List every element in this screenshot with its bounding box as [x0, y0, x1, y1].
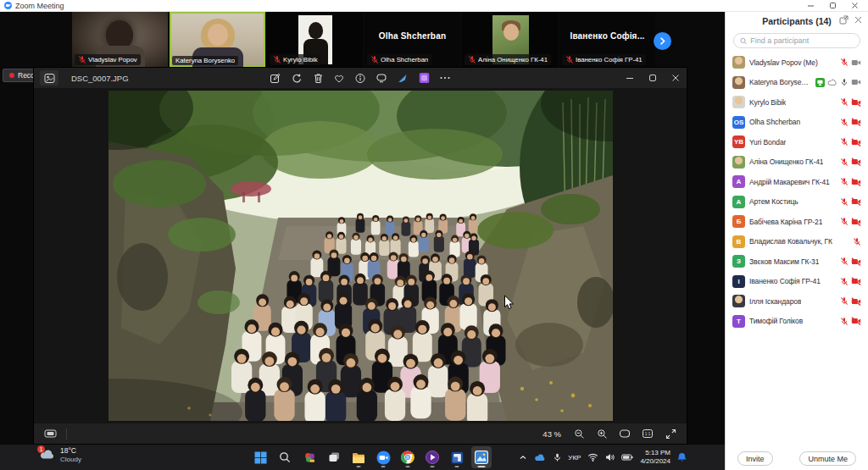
participant-status-icons: [853, 237, 861, 246]
language-indicator[interactable]: УКР: [568, 454, 581, 462]
start-button[interactable]: [250, 446, 270, 468]
video-tile[interactable]: Kateryna Borysenko: [170, 12, 265, 68]
running-indicator: [478, 466, 486, 468]
participant-status-icons: [840, 217, 861, 226]
delete-icon[interactable]: [309, 70, 328, 86]
panel-close-icon[interactable]: [854, 16, 862, 24]
rotate-icon[interactable]: [287, 70, 307, 86]
edit-image-icon[interactable]: [266, 70, 286, 86]
participant-row[interactable]: Vladyslav Popov (Me): [726, 53, 868, 73]
tile-name-label: Olha Shcherban: [367, 54, 431, 65]
recording-dot-icon: [9, 73, 14, 78]
participant-row[interactable]: ААндрій Макаревич ГК-41: [726, 172, 868, 192]
weather-condition: Cloudy: [60, 456, 81, 463]
next-videos-button[interactable]: [654, 32, 671, 50]
participant-row[interactable]: ЗЗвєков Максим ГК-31: [726, 252, 868, 272]
video-tile[interactable]: Kyrylo Bibik: [267, 12, 363, 68]
fullscreen-icon[interactable]: [663, 426, 678, 441]
tray-time: 5:13 PM: [640, 449, 670, 457]
participant-avatar: В: [732, 235, 745, 248]
minimize-icon[interactable]: [807, 2, 815, 9]
gallery-icon[interactable]: [40, 70, 58, 86]
mic-icon: [840, 78, 849, 87]
video-tile[interactable]: Vladyslav Popov: [72, 12, 168, 68]
participant-row[interactable]: Аліна Онищенко ГК-41: [726, 152, 868, 173]
popout-icon[interactable]: [839, 15, 849, 25]
media-player-icon[interactable]: [422, 446, 442, 468]
photos-maximize-icon[interactable]: [641, 68, 664, 88]
tray-date: 4/20/2024: [640, 457, 670, 466]
unmute-me-button[interactable]: Unmute Me: [799, 451, 856, 466]
participant-name: Бабічева Каріна ГР-21: [749, 218, 822, 226]
participants-title: Participants (14): [762, 16, 832, 26]
weather-cloud-icon: 1: [39, 447, 56, 462]
info-icon[interactable]: [351, 70, 370, 86]
photos-app-icon[interactable]: [471, 446, 492, 468]
participant-row[interactable]: Kateryna Borysen... (Host): [726, 73, 868, 93]
invite-button[interactable]: Invite: [737, 451, 773, 466]
participant-name: Olha Shcherban: [749, 118, 800, 126]
running-indicator: [431, 466, 435, 468]
task-view-icon[interactable]: [324, 446, 344, 468]
group-photo: [108, 91, 613, 421]
participant-silhouette: [504, 24, 519, 41]
zoom-out-icon[interactable]: [571, 426, 587, 441]
participant-row[interactable]: ВВладислав Ковальчук, ГК: [726, 232, 868, 252]
onedrive-icon[interactable]: [534, 453, 547, 462]
tray-mic-icon[interactable]: [554, 453, 561, 462]
tile-name-label: Іваненко Софія ГР-41: [562, 54, 646, 65]
video-tile[interactable]: Olha ShcherbanOlha Shcherban: [364, 12, 460, 68]
clipchamp-icon[interactable]: [415, 70, 434, 86]
actual-size-icon[interactable]: 1:1: [640, 426, 655, 441]
photos-close-icon[interactable]: [664, 68, 687, 88]
participant-row[interactable]: Kyrylo Bibik: [726, 92, 868, 113]
filmstrip-toggle-icon[interactable]: [42, 426, 58, 441]
maximize-icon[interactable]: [829, 2, 837, 9]
file-explorer-icon[interactable]: [348, 446, 369, 468]
photos-minimize-icon[interactable]: [618, 68, 641, 88]
participant-row[interactable]: ІІваненко Софія ГР-41: [726, 272, 868, 292]
participant-row[interactable]: ААртем Костиць: [726, 192, 868, 213]
camera-on-icon: [851, 78, 861, 86]
search-taskbar-icon[interactable]: [275, 446, 295, 468]
participant-row[interactable]: ТТимофій Голіков: [726, 312, 868, 332]
participant-row[interactable]: Ілля Іскандаров: [726, 291, 868, 312]
participant-row[interactable]: ББабічева Каріна ГР-21: [726, 212, 868, 232]
weather-temp: 18°C: [60, 447, 81, 456]
mic-muted-icon: [840, 257, 849, 266]
more-icon[interactable]: [436, 70, 455, 86]
notification-bell-icon[interactable]: [677, 452, 687, 462]
running-indicator: [357, 466, 361, 468]
tray-clock[interactable]: 5:13 PM 4/20/2024: [640, 449, 670, 465]
participant-avatar: YB: [732, 135, 745, 148]
favorite-icon[interactable]: [330, 70, 349, 86]
tray-chevron-icon[interactable]: [519, 454, 527, 461]
fit-to-window-icon[interactable]: [617, 426, 632, 441]
colorful-app-icon[interactable]: [299, 446, 320, 468]
weather-widget[interactable]: 1 18°C Cloudy: [39, 447, 81, 463]
chrome-icon[interactable]: [398, 446, 418, 468]
participant-status-icons: [840, 317, 861, 326]
participant-avatar: [732, 96, 745, 108]
zoom-percent-label: 43 %: [542, 429, 561, 439]
zoom-logo-icon: [4, 2, 12, 9]
visual-search-icon[interactable]: [393, 70, 413, 86]
participant-avatar: І: [732, 275, 745, 288]
battery-icon[interactable]: [621, 454, 633, 461]
close-icon[interactable]: [851, 2, 859, 9]
tile-display-name: Olha Shcherban: [364, 12, 460, 59]
participant-row[interactable]: OSOlha Shcherban: [726, 113, 868, 133]
office-app-icon[interactable]: [447, 446, 467, 468]
photo-filename: DSC_0007.JPG: [71, 74, 129, 83]
search-input[interactable]: [750, 36, 854, 45]
camera-off-icon: [851, 277, 861, 285]
slideshow-icon[interactable]: [372, 70, 392, 86]
speaker-icon[interactable]: [605, 453, 615, 462]
zoom-in-icon[interactable]: [594, 426, 609, 441]
participant-status-icons: [840, 257, 861, 266]
participant-row[interactable]: YBYuri Bondar: [726, 132, 868, 152]
video-tile[interactable]: Іваненко Софія...Іваненко Софія ГР-41: [559, 12, 655, 68]
zoom-app-icon[interactable]: [373, 446, 393, 468]
wifi-icon[interactable]: [587, 453, 598, 462]
video-tile[interactable]: Аліна Онищенко ГК-41: [462, 12, 558, 68]
